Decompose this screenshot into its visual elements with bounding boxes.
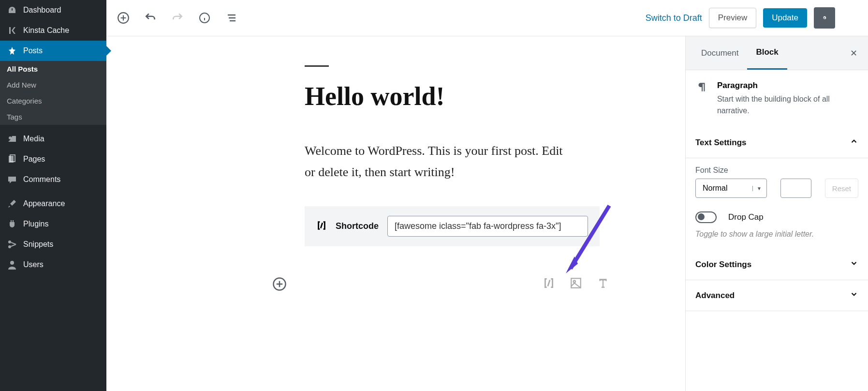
shortcode-label: Shortcode [336,221,379,231]
pages-icon [7,154,17,165]
sidebar-item-users[interactable]: Users [0,255,106,275]
sidebar-item-media[interactable]: Media [0,129,106,149]
add-block-button[interactable] [115,10,132,26]
info-button[interactable] [196,10,213,26]
kinsta-icon [7,25,17,36]
shortcode-block[interactable]: Shortcode [305,206,600,246]
update-button[interactable]: Update [763,8,807,28]
tab-document[interactable]: Document [692,36,747,70]
post-paragraph[interactable]: Welcome to WordPress. This is your first… [305,140,575,183]
font-size-reset-button[interactable]: Reset [825,179,858,198]
sidebar-label: Pages [23,155,45,164]
tab-block[interactable]: Block [747,36,787,70]
drop-cap-toggle[interactable] [695,211,717,223]
font-size-number-input[interactable] [780,179,811,198]
media-icon [7,134,17,144]
sidebar-sub-addnew[interactable]: Add New [0,77,106,93]
sidebar-label: Kinsta Cache [23,26,69,35]
add-block-inline-button[interactable] [271,275,288,293]
sidebar-label: Snippets [23,240,53,249]
chevron-up-icon [850,137,858,148]
sidebar-item-posts[interactable]: Posts [0,41,106,61]
sidebar-item-appearance[interactable]: Appearance [0,194,106,214]
svg-point-4 [8,245,11,248]
section-label: Text Settings [695,138,746,148]
brush-icon [7,198,17,209]
block-type-title: Paragraph [717,81,858,90]
editor-canvas[interactable]: Hello world! Welcome to WordPress. This … [106,36,685,391]
sidebar-label: Users [23,260,44,269]
shortcode-quick-icon[interactable] [543,277,555,291]
switch-to-draft-link[interactable]: Switch to Draft [646,13,702,23]
shortcode-input[interactable] [387,216,588,237]
plug-icon [7,219,17,229]
block-type-desc: Start with the building block of all nar… [717,93,858,117]
settings-button[interactable] [814,7,835,29]
undo-button[interactable] [142,10,159,26]
sidebar-label: Posts [23,46,43,55]
sidebar-sub-categories[interactable]: Categories [0,93,106,109]
sidebar-label: Dashboard [23,6,61,15]
sidebar-item-pages[interactable]: Pages [0,149,106,169]
main-area: Switch to Draft Preview Update Hello wor… [106,0,868,391]
more-menu-button[interactable] [842,7,859,29]
sidebar-item-plugins[interactable]: Plugins [0,214,106,234]
comment-icon [7,174,17,185]
editor-topbar: Switch to Draft Preview Update [106,0,868,36]
sidebar-label: Plugins [23,220,48,228]
pin-icon [7,45,17,56]
redo-button[interactable] [169,10,186,26]
svg-point-13 [574,281,575,283]
text-settings-header[interactable]: Text Settings [686,127,868,158]
paragraph-icon [695,81,708,117]
outline-button[interactable] [223,10,240,26]
svg-point-5 [10,261,14,265]
block-info: Paragraph Start with the building block … [686,70,868,127]
sidebar-item-snippets[interactable]: Snippets [0,234,106,255]
user-icon [7,259,17,270]
title-accent [305,65,329,67]
sidebar-item-kinsta[interactable]: Kinsta Cache [0,20,106,41]
text-quick-icon[interactable] [597,277,609,291]
sidebar-item-dashboard[interactable]: Dashboard [0,0,106,20]
shortcode-icon [316,220,327,233]
sidebar-item-comments[interactable]: Comments [0,169,106,190]
preview-button[interactable]: Preview [709,8,756,28]
image-quick-icon[interactable] [570,277,582,291]
drop-cap-hint: Toggle to show a large initial letter. [695,230,858,239]
settings-panel: Document Block ✕ Paragraph Start with th… [685,36,868,391]
post-title[interactable]: Hello world! [305,81,666,111]
color-settings-header[interactable]: Color Settings [686,249,868,280]
font-size-label: Font Size [695,166,858,175]
sidebar-label: Comments [23,175,60,184]
section-label: Color Settings [695,260,751,270]
sidebar-sub-allposts[interactable]: All Posts [0,61,106,77]
section-label: Advanced [695,291,735,301]
panel-tabs: Document Block ✕ [686,36,868,70]
close-panel-button[interactable]: ✕ [846,48,861,59]
chevron-down-icon [850,290,858,301]
block-appender [271,275,609,293]
sidebar-label: Media [23,135,44,143]
sidebar-sub-tags[interactable]: Tags [0,109,106,125]
admin-sidebar: Dashboard Kinsta Cache Posts All Posts A… [0,0,106,391]
text-settings-body: Font Size Normal Reset Drop Cap Toggle t… [686,158,868,249]
chevron-down-icon [850,259,858,270]
svg-point-3 [8,241,11,243]
font-size-select[interactable]: Normal [695,179,767,198]
gauge-icon [7,5,17,15]
scissors-icon [7,239,17,250]
advanced-header[interactable]: Advanced [686,280,868,311]
sidebar-label: Appearance [23,199,65,208]
drop-cap-label: Drop Cap [728,212,764,222]
